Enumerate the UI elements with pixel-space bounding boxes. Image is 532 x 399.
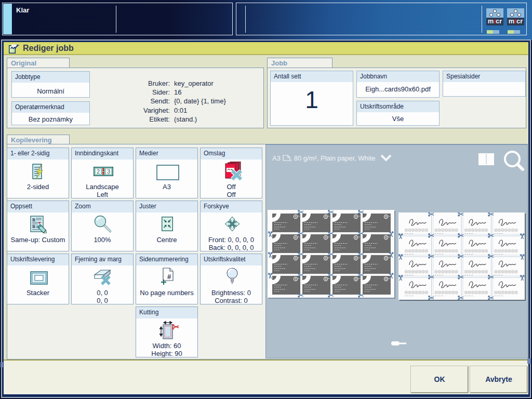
svg-text:3: 3 <box>107 168 110 175</box>
svg-text:B: B <box>32 224 35 229</box>
svg-text:2: 2 <box>97 168 100 175</box>
svg-text:#: # <box>167 273 171 281</box>
svg-text:B: B <box>32 217 35 222</box>
